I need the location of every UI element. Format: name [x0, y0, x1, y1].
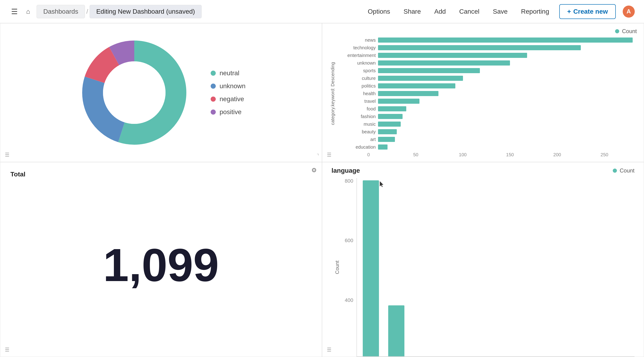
bar-row: beauty [339, 128, 637, 135]
bar-label: culture [339, 76, 376, 81]
panel-toolbar-bar: ☰ [325, 151, 333, 159]
bar-y-axis-label: category.keyword: Descending [329, 37, 336, 150]
panel-resize-donut[interactable]: ⌝ [317, 153, 319, 159]
x-axis-tick: 250 [600, 152, 608, 158]
legend-unknown: unknown [211, 82, 246, 90]
bar-label: food [339, 106, 376, 112]
bar-row: sports [339, 67, 637, 74]
bar-fill [378, 99, 420, 104]
metric-panel-title: Total [5, 167, 317, 178]
count-legend-label: Count [622, 28, 637, 34]
bar-label: art [339, 137, 376, 142]
positive-dot [211, 110, 216, 114]
y-tick-400: 400 [340, 297, 353, 303]
panel-list-icon-metric[interactable]: ☰ [3, 346, 11, 354]
donut-chart [76, 35, 192, 150]
bar-row: travel [339, 98, 637, 104]
neutral-label: neutral [220, 70, 239, 77]
legend-positive: positive [211, 108, 246, 116]
bar-fill [378, 106, 406, 111]
cursor-indicator [378, 180, 385, 188]
breadcrumb-editing[interactable]: Editing New Dashboard (unsaved) [90, 5, 202, 18]
breadcrumb-separator: / [85, 8, 90, 15]
bar-fill [378, 53, 527, 58]
lang-bars-area [356, 178, 634, 357]
donut-svg [76, 35, 192, 150]
bar-label: entertainment [339, 53, 376, 58]
bar-fill [378, 38, 633, 42]
bar-row: culture [339, 75, 637, 82]
create-new-button[interactable]: + Create new [559, 4, 616, 19]
x-axis-tick: 0 [367, 152, 370, 158]
donut-chart-panel: neutral unknown negative positive ☰ ⌝ [0, 23, 322, 162]
bar-label: beauty [339, 129, 376, 134]
home-button[interactable]: ⌂ [24, 6, 32, 17]
plus-icon: + [567, 8, 571, 15]
bar-label: fashion [339, 114, 376, 119]
panel-toolbar-donut: ☰ [3, 151, 11, 159]
bar-label: music [339, 122, 376, 127]
panel-list-icon-donut[interactable]: ☰ [3, 151, 11, 159]
bar-fill [378, 91, 438, 96]
negative-label: negative [220, 96, 244, 103]
hamburger-button[interactable]: ☰ [9, 5, 20, 18]
lang-count-legend: Count [613, 168, 634, 174]
bar-label: travel [339, 99, 376, 104]
lang-chart-area: Count 800 600 400 [332, 178, 634, 357]
neutral-dot [211, 70, 216, 76]
breadcrumb-dashboards[interactable]: Dashboards [36, 5, 85, 18]
lang-y-ticks: 800 600 400 [340, 178, 356, 357]
panel-toolbar-metric: ☰ [3, 346, 11, 354]
bar-row: entertainment [339, 52, 637, 58]
bar-label: sports [339, 68, 376, 74]
create-new-label: Create new [574, 8, 608, 15]
metric-settings-button[interactable]: ⚙ [309, 166, 318, 175]
panel-toolbar-lang: ☰ [325, 346, 333, 354]
lang-bar-1 [363, 180, 379, 356]
bar-row: news [339, 37, 637, 43]
bar-chart-panel: Count category.keyword: Descending newst… [322, 23, 644, 162]
lang-y-axis-label: Count [332, 178, 340, 357]
breadcrumb: Dashboards / Editing New Dashboard (unsa… [36, 5, 360, 18]
bar-fill [378, 122, 401, 127]
panel-list-icon-lang[interactable]: ☰ [325, 346, 333, 354]
bar-fill [378, 83, 455, 88]
bar-fill [378, 129, 397, 134]
dashboard-grid: neutral unknown negative positive ☰ ⌝ Co… [0, 23, 644, 357]
lang-panel-title: language [332, 167, 360, 174]
bar-fill [378, 60, 510, 66]
legend-negative: negative [211, 96, 246, 103]
lang-count-legend-label: Count [620, 168, 634, 174]
donut-legend: neutral unknown negative positive [211, 70, 246, 116]
add-button[interactable]: Add [431, 6, 449, 18]
bar-row: art [339, 136, 637, 142]
bar-chart-area: category.keyword: Descending newstechnol… [329, 37, 637, 150]
bar-row: food [339, 106, 637, 112]
options-button[interactable]: Options [364, 6, 394, 18]
bar-row: education [339, 144, 637, 150]
lang-bar-col-1 [362, 180, 380, 356]
save-button[interactable]: Save [490, 6, 511, 18]
y-tick-600: 600 [340, 238, 353, 244]
bar-row: politics [339, 83, 637, 89]
share-button[interactable]: Share [400, 6, 424, 18]
unknown-dot [211, 84, 216, 89]
bar-row: music [339, 121, 637, 127]
lang-bar-col-2 [387, 305, 406, 356]
legend-neutral: neutral [211, 70, 246, 77]
bar-fill [378, 137, 395, 142]
reporting-button[interactable]: Reporting [518, 6, 552, 18]
bar-label: education [339, 144, 376, 150]
x-axis-tick: 150 [506, 152, 514, 158]
bar-fill [378, 76, 463, 81]
bars-container: newstechnologyentertainmentunknownsports… [339, 37, 637, 150]
panel-list-icon-bar[interactable]: ☰ [325, 151, 333, 159]
bar-fill [378, 68, 480, 73]
cancel-button[interactable]: Cancel [456, 6, 483, 18]
bar-label: unknown [339, 60, 376, 66]
bar-row: health [339, 90, 637, 97]
unknown-label: unknown [220, 82, 246, 90]
bar-fill [378, 114, 402, 119]
avatar-button[interactable]: A [623, 6, 635, 18]
bar-fill [378, 144, 388, 150]
